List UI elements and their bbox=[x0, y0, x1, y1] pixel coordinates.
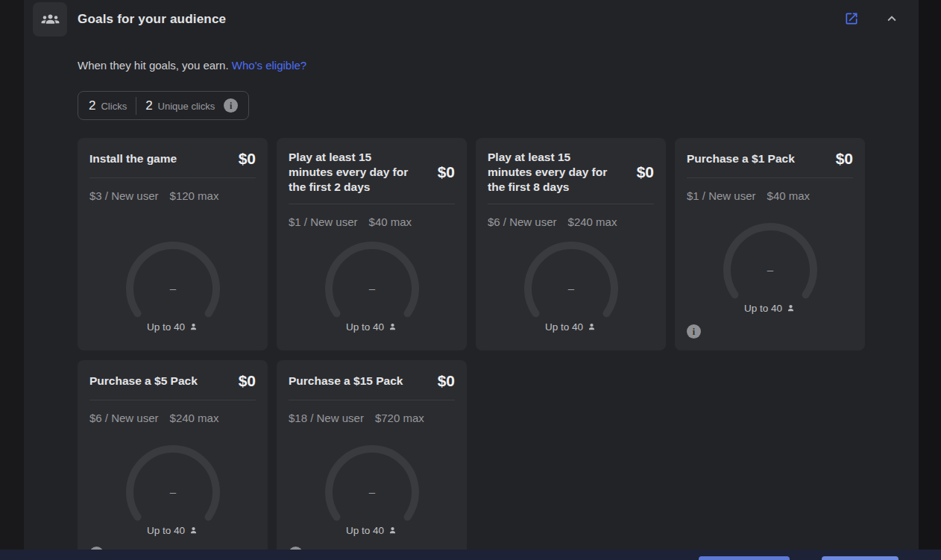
card-rates: $1 / New user $40 max bbox=[289, 215, 455, 228]
footer-primary-button[interactable] bbox=[822, 556, 898, 560]
bottom-action-bar bbox=[0, 550, 941, 560]
panel-actions bbox=[843, 10, 900, 27]
card-head: Play at least 15 minutes every day for t… bbox=[289, 150, 455, 194]
rate-per-user: $1 / New user bbox=[289, 215, 358, 228]
capacity-label: Up to 40 bbox=[346, 525, 384, 536]
footer-secondary-button[interactable] bbox=[699, 556, 790, 560]
card-rates: $1 / New user $40 max bbox=[687, 189, 853, 202]
earned-amount: $0 bbox=[438, 163, 455, 181]
clicks-stats-box: 2 Clicks 2 Unique clicks i bbox=[78, 91, 249, 120]
person-icon bbox=[786, 303, 796, 313]
capacity-row: Up to 40 bbox=[346, 321, 397, 333]
earned-amount: $0 bbox=[637, 163, 654, 181]
earned-amount: $0 bbox=[836, 150, 853, 168]
earned-amount: $0 bbox=[438, 372, 455, 390]
unique-clicks-label: Unique clicks bbox=[158, 101, 215, 112]
goal-title: Play at least 15 minutes every day for t… bbox=[289, 150, 414, 194]
gauge-arc-icon: – bbox=[718, 222, 822, 300]
capacity-row: Up to 40 bbox=[147, 321, 198, 333]
person-icon bbox=[189, 322, 198, 332]
clicks-stat: 2 Clicks bbox=[89, 98, 127, 113]
goals-panel: Goals for your audience When they hit go… bbox=[24, 0, 919, 560]
chevron-up-icon[interactable] bbox=[884, 10, 900, 27]
gauge: – Up to 40 bbox=[89, 241, 256, 333]
gauge-value: – bbox=[567, 282, 574, 295]
goal-cards-grid: Install the game $0 $3 / New user $120 m… bbox=[78, 138, 865, 560]
capacity-row: Up to 40 bbox=[346, 525, 397, 536]
gauge-arc-icon: – bbox=[121, 444, 225, 522]
person-icon bbox=[587, 322, 597, 332]
earned-amount: $0 bbox=[239, 150, 256, 168]
card-divider bbox=[89, 177, 256, 178]
gauge-value: – bbox=[368, 282, 375, 295]
rate-per-user: $6 / New user bbox=[89, 412, 159, 424]
unique-clicks-stat: 2 Unique clicks bbox=[145, 98, 215, 113]
gauge-arc-icon: – bbox=[320, 444, 424, 522]
goal-card-purchase-5: Purchase a $5 Pack $0 $6 / New user $240… bbox=[78, 360, 268, 560]
page-title: Goals for your audience bbox=[78, 12, 226, 27]
capacity-label: Up to 40 bbox=[744, 303, 782, 314]
earn-subtitle: When they hit goals, you earn. Who's eli… bbox=[78, 59, 306, 72]
card-divider bbox=[488, 204, 654, 204]
open-in-new-icon[interactable] bbox=[843, 10, 860, 27]
goal-card-play-2-days: Play at least 15 minutes every day for t… bbox=[277, 138, 467, 350]
info-icon[interactable]: i bbox=[687, 324, 701, 339]
rate-max: $240 max bbox=[170, 412, 219, 424]
gauge-value: – bbox=[368, 485, 375, 498]
gauge-value: – bbox=[169, 485, 176, 498]
capacity-row: Up to 40 bbox=[147, 525, 198, 536]
info-icon[interactable]: i bbox=[224, 98, 238, 113]
card-rates: $3 / New user $120 max bbox=[89, 189, 256, 202]
gauge-arc-icon: – bbox=[519, 241, 623, 318]
goal-title: Play at least 15 minutes every day for t… bbox=[488, 150, 613, 194]
panel-icon-box bbox=[33, 2, 67, 37]
earned-amount: $0 bbox=[239, 372, 256, 390]
gauge: – Up to 40 bbox=[289, 241, 455, 333]
clicks-value: 2 bbox=[89, 98, 95, 113]
gauge-arc-icon: – bbox=[121, 241, 225, 318]
card-divider bbox=[289, 400, 455, 400]
capacity-row: Up to 40 bbox=[545, 321, 597, 333]
card-footer: i bbox=[687, 324, 853, 339]
capacity-row: Up to 40 bbox=[744, 303, 796, 314]
groups-icon bbox=[40, 10, 60, 30]
goal-title: Purchase a $1 Pack bbox=[687, 151, 795, 166]
card-head: Purchase a $1 Pack $0 bbox=[687, 150, 853, 168]
gauge: – Up to 40 bbox=[89, 444, 256, 536]
goal-card-purchase-15: Purchase a $15 Pack $0 $18 / New user $7… bbox=[277, 360, 467, 560]
person-icon bbox=[388, 526, 397, 535]
rate-max: $40 max bbox=[369, 215, 412, 228]
goal-title: Install the game bbox=[89, 151, 177, 166]
rate-per-user: $1 / New user bbox=[687, 189, 756, 202]
card-rates: $6 / New user $240 max bbox=[488, 215, 654, 228]
clicks-label: Clicks bbox=[101, 101, 127, 112]
rate-per-user: $3 / New user bbox=[89, 189, 159, 202]
stats-divider bbox=[136, 97, 136, 115]
gauge-value: – bbox=[169, 282, 176, 295]
card-head: Install the game $0 bbox=[89, 150, 256, 168]
rate-max: $240 max bbox=[568, 215, 617, 228]
person-icon bbox=[189, 526, 198, 535]
subtitle-text: When they hit goals, you earn. bbox=[78, 59, 229, 72]
gauge-value: – bbox=[767, 263, 773, 276]
rate-per-user: $6 / New user bbox=[488, 215, 557, 228]
card-head: Purchase a $5 Pack $0 bbox=[89, 372, 256, 390]
rate-max: $120 max bbox=[170, 189, 219, 202]
rate-max: $40 max bbox=[767, 189, 811, 202]
card-head: Play at least 15 minutes every day for t… bbox=[488, 150, 654, 194]
gauge: – Up to 40 bbox=[289, 444, 455, 536]
capacity-label: Up to 40 bbox=[147, 321, 185, 333]
rate-per-user: $18 / New user bbox=[289, 412, 364, 424]
card-divider bbox=[289, 204, 455, 204]
goal-card-play-8-days: Play at least 15 minutes every day for t… bbox=[476, 138, 666, 350]
card-rates: $18 / New user $720 max bbox=[289, 412, 455, 424]
goal-card-purchase-1: Purchase a $1 Pack $0 $1 / New user $40 … bbox=[675, 138, 865, 350]
unique-clicks-value: 2 bbox=[145, 98, 152, 113]
capacity-label: Up to 40 bbox=[147, 525, 185, 536]
goal-title: Purchase a $15 Pack bbox=[289, 374, 403, 388]
capacity-label: Up to 40 bbox=[346, 321, 384, 333]
whos-eligible-link[interactable]: Who's eligible? bbox=[232, 59, 306, 72]
person-icon bbox=[388, 322, 397, 332]
goal-title: Purchase a $5 Pack bbox=[89, 374, 198, 388]
gauge-arc-icon: – bbox=[320, 241, 424, 318]
